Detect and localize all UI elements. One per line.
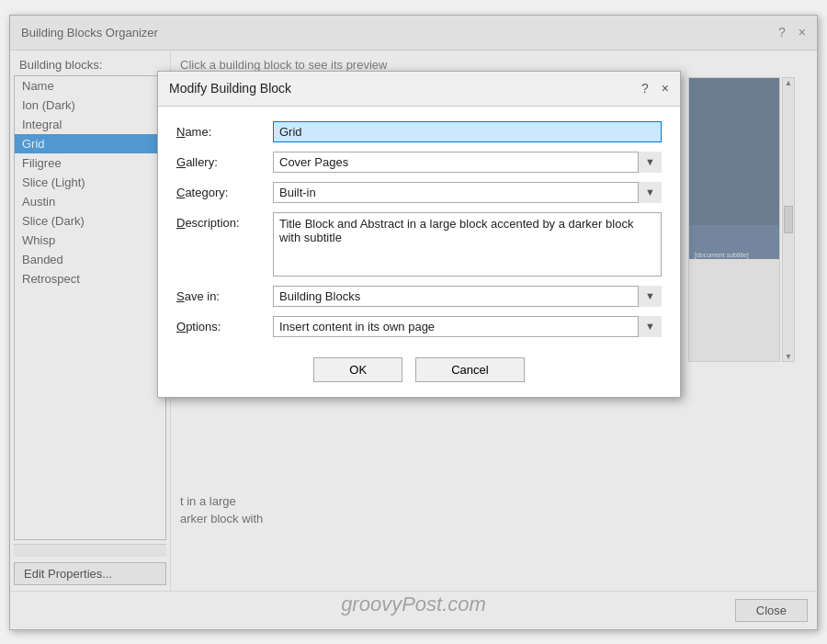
gallery-select-wrapper: Cover Pages Headers Footers ▼ xyxy=(273,152,662,173)
description-row: Description: Title Block and Abstract in… xyxy=(176,212,662,277)
gallery-row: Gallery: Cover Pages Headers Footers ▼ xyxy=(176,152,662,173)
name-input[interactable] xyxy=(273,121,662,142)
description-textarea[interactable]: Title Block and Abstract in a large bloc… xyxy=(273,212,662,277)
options-select[interactable]: Insert content in its own page Insert co… xyxy=(273,316,662,337)
options-select-wrapper: Insert content in its own page Insert co… xyxy=(273,316,662,337)
options-label: Options: xyxy=(176,320,273,333)
dialog-title: Modify Building Block xyxy=(169,81,641,96)
category-select-wrapper: Built-in General Custom ▼ xyxy=(273,182,662,203)
main-window: Building Blocks Organizer ? × Building b… xyxy=(9,15,818,630)
category-select[interactable]: Built-in General Custom xyxy=(273,182,662,203)
dialog-title-bar: Modify Building Block ? × xyxy=(158,72,680,107)
dialog-footer: OK Cancel xyxy=(158,346,680,397)
options-row: Options: Insert content in its own page … xyxy=(176,316,662,337)
name-row: Name: xyxy=(176,121,662,142)
modal-overlay: Modify Building Block ? × Name: xyxy=(10,16,817,629)
cancel-button[interactable]: Cancel xyxy=(415,357,524,382)
save-in-select[interactable]: Building Blocks Normal xyxy=(273,286,662,307)
gallery-label: Gallery: xyxy=(176,155,273,169)
dialog-help-icon[interactable]: ? xyxy=(641,81,649,96)
category-label: Category: xyxy=(176,186,273,199)
dialog-body: Name: Gallery: Cover Pages Headers Foote… xyxy=(158,107,680,346)
category-row: Category: Built-in General Custom ▼ xyxy=(176,182,662,203)
description-label: Description: xyxy=(176,212,273,230)
gallery-select[interactable]: Cover Pages Headers Footers xyxy=(273,152,662,173)
save-in-label: Save in: xyxy=(176,289,273,303)
name-label: Name: xyxy=(176,125,273,139)
dialog-close-icon[interactable]: × xyxy=(662,81,669,96)
dialog-title-buttons: ? × xyxy=(641,81,669,96)
ok-button[interactable]: OK xyxy=(313,357,402,382)
save-in-row: Save in: Building Blocks Normal ▼ xyxy=(176,286,662,307)
modify-building-block-dialog: Modify Building Block ? × Name: xyxy=(157,71,681,398)
save-in-select-wrapper: Building Blocks Normal ▼ xyxy=(273,286,662,307)
